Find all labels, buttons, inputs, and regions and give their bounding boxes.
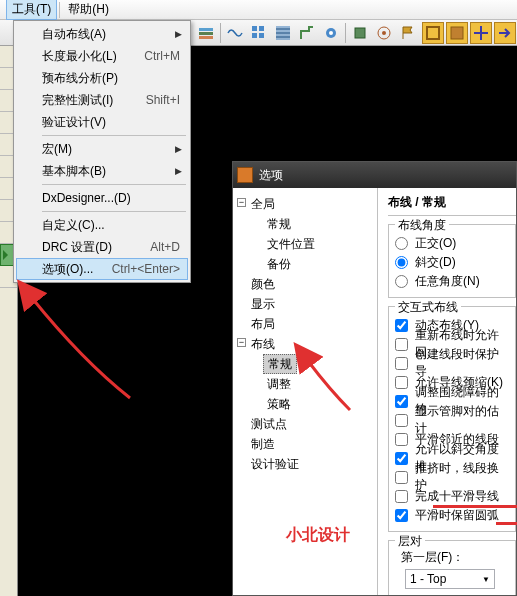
check-neck[interactable] [395,376,408,389]
check-push-swap[interactable] [395,471,408,484]
submenu-arrow-icon: ▶ [175,144,182,154]
watermark: 小北设计 [286,525,350,546]
toolbar-btn-y1[interactable] [422,22,444,44]
toolbar-btn-4[interactable] [272,22,294,44]
toolbar-btn-1[interactable] [195,22,217,44]
check-label: 完成十平滑导线 [415,488,499,505]
toolbar-btn-y3[interactable] [470,22,492,44]
menu-script[interactable]: 基本脚本(B)▶ [16,160,188,182]
menu-help[interactable]: 帮助(H) [62,0,115,20]
check-obstacle[interactable] [395,395,408,408]
menu-options[interactable]: 选项(O)...Ctrl+<Enter> [16,258,188,280]
tree-label: 全局 [251,197,275,211]
menu-label: 自动布线(A) [42,26,184,43]
cross-icon [473,25,489,41]
tree-layout[interactable]: 布局 [237,314,373,334]
tree-mfg[interactable]: 制造 [237,434,373,454]
menu-minlen[interactable]: 长度最小化(L)Ctrl+M [16,45,188,67]
radio-label: 正交(O) [415,235,456,252]
toolbar-btn-y4[interactable] [494,22,516,44]
tree-label: 制造 [251,437,275,451]
check-dynamic[interactable] [395,319,408,332]
tree-label: 布局 [251,317,275,331]
menu-separator [59,2,60,18]
check-estimate[interactable] [395,414,408,427]
check-reroute[interactable] [395,338,408,351]
radio-label: 斜交(D) [415,254,456,271]
tools-dropdown: 自动布线(A)▶ 长度最小化(L)Ctrl+M 预布线分析(P) 完整性测试(I… [13,20,191,283]
route-icon [299,25,315,41]
menu-drc[interactable]: DRC 设置(D)Alt+D [16,236,188,258]
toolbar-btn-6[interactable] [320,22,342,44]
tree-testpoint[interactable]: 测试点 [237,414,373,434]
arrow-icon [497,25,513,41]
collapse-icon[interactable]: − [237,198,246,207]
toolbar-btn-3[interactable] [248,22,270,44]
menu-separator [42,211,186,212]
menu-label: 自定义(C)... [42,217,184,234]
toolbar-sep [220,23,221,43]
toolbar-btn-7[interactable] [349,22,371,44]
radio-ortho-row[interactable]: 正交(O) [395,234,509,252]
tree-color[interactable]: 颜色 [237,274,373,294]
menu-label: 验证设计(V) [42,114,184,131]
menu-macro[interactable]: 宏(M)▶ [16,138,188,160]
check-diag-push[interactable] [395,452,408,465]
menu-verify[interactable]: 验证设计(V) [16,111,188,133]
toolbar-btn-9[interactable] [397,22,419,44]
radio-any-row[interactable]: 任意角度(N) [395,272,509,290]
tree-label: 布线 [251,337,275,351]
menu-integrity[interactable]: 完整性测试(I)Shift+I [16,89,188,111]
menu-dxdesigner[interactable]: DxDesigner...(D) [16,187,188,209]
check-smooth-adj[interactable] [395,433,408,446]
group-layer: 层对 第一层(F)： 1 - Top▼ [388,540,516,595]
check-row-11[interactable]: 平滑时保留圆弧 [395,506,509,524]
check-row-9[interactable]: 推挤时，线段换护 [395,468,509,486]
menu-autoroute[interactable]: 自动布线(A)▶ [16,23,188,45]
tree-label: 备份 [267,257,291,271]
toolbar-btn-y2[interactable] [446,22,468,44]
menu-tools[interactable]: 工具(T) [6,0,57,20]
via-icon [323,25,339,41]
wave-icon [227,25,243,41]
submenu-arrow-icon: ▶ [175,29,182,39]
dialog-icon [237,167,253,183]
menu-shortcut: Ctrl+<Enter> [112,262,180,276]
check-protect[interactable] [395,357,408,370]
check-label: 平滑时保留圆弧 [415,507,499,524]
tree-backup[interactable]: 备份 [237,254,373,274]
tree-global[interactable]: −全局 [237,194,373,214]
tree-designver[interactable]: 设计验证 [237,454,373,474]
tree-fileloc[interactable]: 文件位置 [237,234,373,254]
toolbar-btn-5[interactable] [296,22,318,44]
tree-display[interactable]: 显示 [237,294,373,314]
check-finish-smooth[interactable] [395,490,408,503]
layer-combo[interactable]: 1 - Top▼ [405,569,495,589]
dialog-titlebar[interactable]: 选项 [233,162,516,188]
radio-any[interactable] [395,275,408,288]
check-row-6[interactable]: 显示管脚对的估计 [395,411,509,429]
flag-icon [400,25,416,41]
combo-value: 1 - Top [410,572,446,586]
check-row-3[interactable]: 创建线段时保护导 [395,354,509,372]
tree-routing[interactable]: −布线 [237,334,373,354]
options-dialog: 选项 −全局 常规 文件位置 备份 颜色 显示 布局 −布线 常规 调整 策略 … [232,161,517,596]
svg-rect-3 [252,26,257,31]
layer-label: 第一层(F)： [395,549,509,566]
menu-shortcut: Shift+I [146,93,180,107]
check-keep-arc[interactable] [395,509,408,522]
tree-general[interactable]: 常规 [237,214,373,234]
svg-rect-14 [451,27,463,39]
radio-diag-row[interactable]: 斜交(D) [395,253,509,271]
menu-preroute[interactable]: 预布线分析(P) [16,67,188,89]
toolbar-btn-2[interactable] [224,22,246,44]
check-row-10[interactable]: 完成十平滑导线 [395,487,509,505]
collapse-icon[interactable]: − [237,338,246,347]
tree-label: 调整 [267,377,291,391]
radio-ortho[interactable] [395,237,408,250]
radio-diag[interactable] [395,256,408,269]
chevron-down-icon: ▼ [482,575,490,584]
menu-customize[interactable]: 自定义(C)... [16,214,188,236]
toolbar-btn-8[interactable] [373,22,395,44]
menu-label: 选项(O)... [42,261,112,278]
